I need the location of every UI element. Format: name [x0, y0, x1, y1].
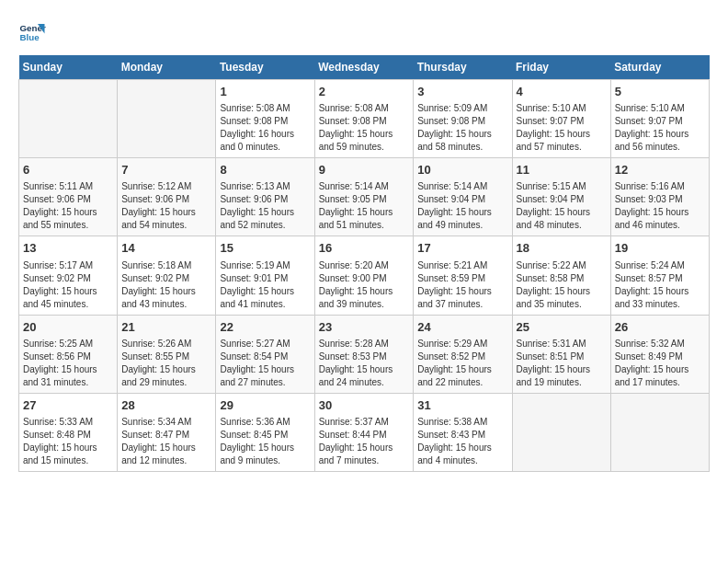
day-info: Sunrise: 5:24 AM Sunset: 8:57 PM Dayligh… [615, 259, 705, 311]
day-number: 12 [615, 162, 705, 178]
day-info: Sunrise: 5:11 AM Sunset: 9:06 PM Dayligh… [23, 180, 113, 232]
weekday-header-monday: Monday [118, 55, 216, 80]
day-number: 28 [121, 397, 211, 414]
calendar-cell [118, 80, 216, 158]
calendar-cell [512, 393, 610, 471]
day-info: Sunrise: 5:34 AM Sunset: 8:47 PM Dayligh… [121, 416, 211, 467]
calendar-cell [19, 80, 118, 158]
calendar: SundayMondayTuesdayWednesdayThursdayFrid… [18, 55, 710, 472]
day-info: Sunrise: 5:37 AM Sunset: 8:44 PM Dayligh… [319, 416, 410, 467]
day-info: Sunrise: 5:08 AM Sunset: 9:08 PM Dayligh… [319, 102, 410, 154]
calendar-cell: 18Sunrise: 5:22 AM Sunset: 8:58 PM Dayli… [512, 236, 610, 315]
calendar-cell: 9Sunrise: 5:14 AM Sunset: 9:05 PM Daylig… [314, 158, 414, 236]
calendar-cell: 20Sunrise: 5:25 AM Sunset: 8:56 PM Dayli… [19, 315, 118, 393]
day-info: Sunrise: 5:27 AM Sunset: 8:54 PM Dayligh… [220, 338, 310, 389]
day-info: Sunrise: 5:18 AM Sunset: 9:02 PM Dayligh… [121, 259, 211, 311]
calendar-cell: 5Sunrise: 5:10 AM Sunset: 9:07 PM Daylig… [610, 80, 709, 158]
calendar-cell: 23Sunrise: 5:28 AM Sunset: 8:53 PM Dayli… [314, 315, 414, 393]
calendar-cell: 13Sunrise: 5:17 AM Sunset: 9:02 PM Dayli… [19, 236, 118, 315]
calendar-cell: 12Sunrise: 5:16 AM Sunset: 9:03 PM Dayli… [610, 158, 709, 236]
day-number: 21 [121, 319, 211, 336]
calendar-cell: 14Sunrise: 5:18 AM Sunset: 9:02 PM Dayli… [118, 236, 216, 315]
day-number: 30 [319, 397, 410, 414]
svg-text:Blue: Blue [20, 32, 40, 42]
day-info: Sunrise: 5:26 AM Sunset: 8:55 PM Dayligh… [121, 338, 211, 389]
day-number: 18 [517, 240, 607, 257]
day-info: Sunrise: 5:20 AM Sunset: 9:00 PM Dayligh… [319, 259, 410, 311]
calendar-cell: 21Sunrise: 5:26 AM Sunset: 8:55 PM Dayli… [118, 315, 216, 393]
day-number: 29 [220, 397, 310, 414]
calendar-cell: 3Sunrise: 5:09 AM Sunset: 9:08 PM Daylig… [414, 80, 512, 158]
calendar-cell: 16Sunrise: 5:20 AM Sunset: 9:00 PM Dayli… [314, 236, 414, 315]
day-number: 26 [615, 319, 705, 336]
weekday-header-friday: Friday [512, 55, 610, 80]
day-info: Sunrise: 5:08 AM Sunset: 9:08 PM Dayligh… [220, 102, 310, 154]
day-info: Sunrise: 5:16 AM Sunset: 9:03 PM Dayligh… [615, 180, 705, 232]
weekday-header-sunday: Sunday [19, 55, 118, 80]
day-number: 4 [517, 84, 607, 100]
day-info: Sunrise: 5:10 AM Sunset: 9:07 PM Dayligh… [517, 102, 607, 154]
weekday-header-tuesday: Tuesday [216, 55, 314, 80]
day-info: Sunrise: 5:14 AM Sunset: 9:05 PM Dayligh… [319, 180, 410, 232]
day-number: 5 [615, 84, 705, 100]
day-info: Sunrise: 5:19 AM Sunset: 9:01 PM Dayligh… [220, 259, 310, 311]
weekday-header-saturday: Saturday [610, 55, 709, 80]
day-number: 14 [121, 240, 211, 257]
day-info: Sunrise: 5:14 AM Sunset: 9:04 PM Dayligh… [417, 180, 507, 232]
day-number: 7 [121, 162, 211, 178]
day-number: 31 [417, 397, 507, 414]
calendar-cell: 4Sunrise: 5:10 AM Sunset: 9:07 PM Daylig… [512, 80, 610, 158]
day-info: Sunrise: 5:25 AM Sunset: 8:56 PM Dayligh… [23, 338, 113, 389]
day-info: Sunrise: 5:32 AM Sunset: 8:49 PM Dayligh… [615, 338, 705, 389]
day-info: Sunrise: 5:29 AM Sunset: 8:52 PM Dayligh… [417, 338, 507, 389]
calendar-cell: 7Sunrise: 5:12 AM Sunset: 9:06 PM Daylig… [118, 158, 216, 236]
calendar-cell [610, 393, 709, 471]
calendar-week-2: 6Sunrise: 5:11 AM Sunset: 9:06 PM Daylig… [19, 158, 710, 236]
calendar-week-3: 13Sunrise: 5:17 AM Sunset: 9:02 PM Dayli… [19, 236, 710, 315]
day-number: 8 [220, 162, 310, 178]
weekday-header-wednesday: Wednesday [314, 55, 414, 80]
day-info: Sunrise: 5:21 AM Sunset: 8:59 PM Dayligh… [417, 259, 507, 311]
calendar-cell: 29Sunrise: 5:36 AM Sunset: 8:45 PM Dayli… [216, 393, 314, 471]
day-info: Sunrise: 5:38 AM Sunset: 8:43 PM Dayligh… [417, 416, 507, 467]
day-number: 25 [517, 319, 607, 336]
day-info: Sunrise: 5:22 AM Sunset: 8:58 PM Dayligh… [517, 259, 607, 311]
calendar-cell: 1Sunrise: 5:08 AM Sunset: 9:08 PM Daylig… [216, 80, 314, 158]
day-number: 11 [517, 162, 607, 178]
day-number: 13 [23, 240, 113, 257]
day-number: 10 [417, 162, 507, 178]
day-number: 3 [417, 84, 507, 100]
day-info: Sunrise: 5:33 AM Sunset: 8:48 PM Dayligh… [23, 416, 113, 467]
day-number: 16 [319, 240, 410, 257]
day-number: 17 [417, 240, 507, 257]
day-number: 1 [220, 84, 310, 100]
day-info: Sunrise: 5:12 AM Sunset: 9:06 PM Dayligh… [121, 180, 211, 232]
calendar-cell: 31Sunrise: 5:38 AM Sunset: 8:43 PM Dayli… [414, 393, 512, 471]
calendar-cell: 28Sunrise: 5:34 AM Sunset: 8:47 PM Dayli… [118, 393, 216, 471]
calendar-week-1: 1Sunrise: 5:08 AM Sunset: 9:08 PM Daylig… [19, 80, 710, 158]
day-number: 22 [220, 319, 310, 336]
calendar-cell: 22Sunrise: 5:27 AM Sunset: 8:54 PM Dayli… [216, 315, 314, 393]
day-number: 23 [319, 319, 410, 336]
day-info: Sunrise: 5:17 AM Sunset: 9:02 PM Dayligh… [23, 259, 113, 311]
calendar-cell: 10Sunrise: 5:14 AM Sunset: 9:04 PM Dayli… [414, 158, 512, 236]
day-number: 15 [220, 240, 310, 257]
day-number: 6 [23, 162, 113, 178]
logo-icon: General Blue [18, 18, 46, 46]
calendar-cell: 17Sunrise: 5:21 AM Sunset: 8:59 PM Dayli… [414, 236, 512, 315]
calendar-cell: 27Sunrise: 5:33 AM Sunset: 8:48 PM Dayli… [19, 393, 118, 471]
calendar-cell: 24Sunrise: 5:29 AM Sunset: 8:52 PM Dayli… [414, 315, 512, 393]
day-number: 2 [319, 84, 410, 100]
header: General Blue [18, 18, 710, 46]
day-number: 9 [319, 162, 410, 178]
day-number: 20 [23, 319, 113, 336]
weekday-header-thursday: Thursday [414, 55, 512, 80]
calendar-cell: 6Sunrise: 5:11 AM Sunset: 9:06 PM Daylig… [19, 158, 118, 236]
day-info: Sunrise: 5:28 AM Sunset: 8:53 PM Dayligh… [319, 338, 410, 389]
day-info: Sunrise: 5:36 AM Sunset: 8:45 PM Dayligh… [220, 416, 310, 467]
day-info: Sunrise: 5:15 AM Sunset: 9:04 PM Dayligh… [517, 180, 607, 232]
calendar-cell: 11Sunrise: 5:15 AM Sunset: 9:04 PM Dayli… [512, 158, 610, 236]
calendar-cell: 26Sunrise: 5:32 AM Sunset: 8:49 PM Dayli… [610, 315, 709, 393]
calendar-week-4: 20Sunrise: 5:25 AM Sunset: 8:56 PM Dayli… [19, 315, 710, 393]
day-info: Sunrise: 5:09 AM Sunset: 9:08 PM Dayligh… [417, 102, 507, 154]
